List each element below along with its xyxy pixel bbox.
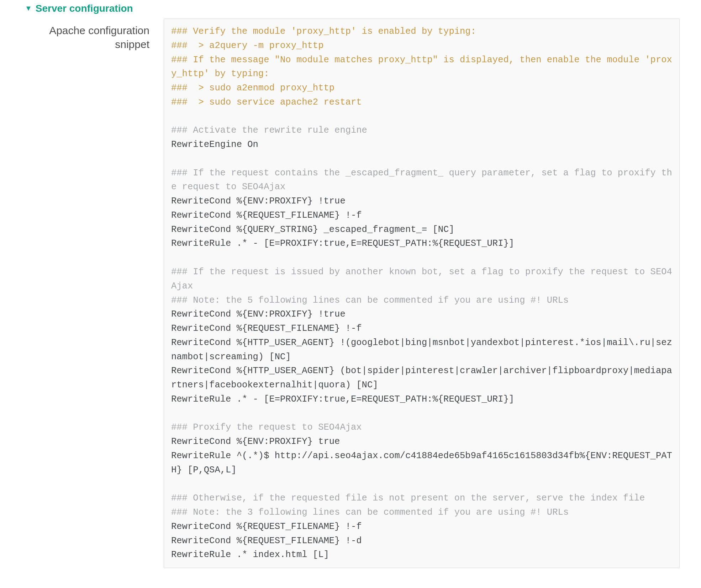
section-title-label: Server configuration: [36, 3, 133, 14]
code-line: RewriteCond %{ENV:PROXIFY} !true: [171, 196, 346, 206]
code-line: RewriteCond %{REQUEST_FILENAME} !-f: [171, 521, 362, 532]
code-line: ### Note: the 5 following lines can be c…: [171, 295, 569, 306]
code-line: ### > sudo service apache2 restart: [171, 97, 362, 107]
code-line: RewriteRule .* index.html [L]: [171, 550, 329, 560]
code-line: ### Proxify the request to SEO4Ajax: [171, 422, 362, 433]
section-toggle-server-configuration[interactable]: ▼ Server configuration: [21, 0, 680, 18]
code-line: RewriteRule .* - [E=PROXIFY:true,E=REQUE…: [171, 238, 514, 249]
code-line: ### If the request contains the _escaped…: [171, 168, 672, 192]
code-line: RewriteCond %{ENV:PROXIFY} !true: [171, 309, 346, 319]
code-line: ### Note: the 3 following lines can be c…: [171, 507, 569, 518]
code-line: RewriteCond %{REQUEST_FILENAME} !-f: [171, 210, 362, 221]
code-line: ### If the request is issued by another …: [171, 267, 672, 291]
code-line: RewriteCond %{HTTP_USER_AGENT} (bot|spid…: [171, 366, 672, 390]
code-line: RewriteCond %{QUERY_STRING} _escaped_fra…: [171, 224, 454, 235]
chevron-down-icon: ▼: [25, 5, 32, 12]
code-line: RewriteEngine On: [171, 139, 258, 150]
apache-config-snippet-code[interactable]: ### Verify the module 'proxy_http' is en…: [164, 18, 680, 568]
code-line: ### Verify the module 'proxy_http' is en…: [171, 26, 476, 37]
code-line: RewriteCond %{REQUEST_FILENAME} !-d: [171, 536, 362, 546]
field-label-apache-configuration-snippet: Apache configuration snippet: [21, 18, 149, 51]
code-line: RewriteCond %{HTTP_USER_AGENT} !(googleb…: [171, 338, 672, 362]
code-line: ### If the message "No module matches pr…: [171, 55, 672, 79]
code-line: ### > a2query -m proxy_http: [171, 41, 323, 51]
code-line: RewriteRule .* - [E=PROXIFY:true,E=REQUE…: [171, 394, 514, 404]
code-line: RewriteCond %{ENV:PROXIFY} true: [171, 436, 340, 447]
code-line: ### > sudo a2enmod proxy_http: [171, 83, 334, 93]
code-line: RewriteRule ^(.*)$ http://api.seo4ajax.c…: [171, 451, 672, 475]
config-snippet-row: Apache configuration snippet ### Verify …: [21, 18, 680, 568]
code-line: ### Activate the rewrite rule engine: [171, 125, 367, 136]
code-line: ### Otherwise, if the requested file is …: [171, 493, 645, 503]
code-column: ### Verify the module 'proxy_http' is en…: [164, 18, 680, 568]
code-line: RewriteCond %{REQUEST_FILENAME} !-f: [171, 323, 362, 334]
